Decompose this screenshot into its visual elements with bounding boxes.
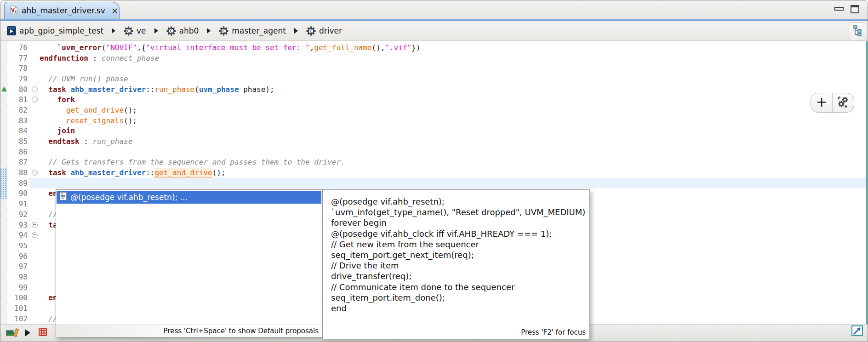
code-line[interactable]: 83 reset_signals(); xyxy=(7,115,868,126)
line-number: 97 xyxy=(7,262,29,271)
add-button[interactable]: + xyxy=(811,93,833,112)
code-line[interactable]: 86 xyxy=(7,147,868,157)
code-line[interactable]: 79 // UVM run() phase xyxy=(7,74,868,84)
preview-line: end xyxy=(331,303,589,314)
collapse-icon[interactable] xyxy=(32,222,38,228)
tab-title: ahb_master_driver.sv xyxy=(22,6,105,15)
line-number: 86 xyxy=(7,148,29,156)
minimize-icon[interactable] xyxy=(834,7,844,11)
editor-floating-toolbar: + xyxy=(811,93,854,113)
generate-gears-icon xyxy=(837,96,850,110)
breadcrumb-label: driver xyxy=(319,26,342,35)
code-text: en xyxy=(40,293,57,302)
breadcrumb-item-driver[interactable]: Cdriver xyxy=(306,26,342,36)
code-line[interactable]: 76 `uvm_error("NOVIF",{"virtual interfac… xyxy=(7,42,868,53)
proposal-footer: Press 'Ctrl+Space' to show Default propo… xyxy=(56,324,322,337)
collapse-icon[interactable] xyxy=(32,97,38,103)
proposal-preview-popup: @(posedge vif.ahb_resetn);`uvm_info(get_… xyxy=(322,189,590,339)
line-number: 76 xyxy=(7,43,29,52)
code-text: task ahb_master_driver::run_phase(uvm_ph… xyxy=(40,85,274,94)
preview-line: @(posedge vif.ahb_resetn); xyxy=(331,196,589,207)
code-line[interactable]: 82 get_and_drive(); xyxy=(7,105,868,115)
editor-tab-strip: ahb_master_driver.sv × xyxy=(0,0,868,19)
svg-text:C: C xyxy=(127,28,130,33)
line-number: 85 xyxy=(7,137,29,146)
code-line[interactable]: 88 task ahb_master_driver::get_and_drive… xyxy=(7,167,868,178)
run-button[interactable] xyxy=(25,329,30,336)
layout-corner-button[interactable] xyxy=(851,325,864,339)
code-line[interactable]: 78 xyxy=(7,63,868,74)
line-number: 100 xyxy=(7,293,29,302)
library-button[interactable] xyxy=(6,327,20,340)
close-icon[interactable]: × xyxy=(111,6,119,15)
breadcrumb-item-ahb0[interactable]: Cahb0 xyxy=(166,26,199,36)
f2-focus-hint: Press 'F2' for focus xyxy=(521,328,586,336)
breadcrumb-label: ahb0 xyxy=(179,26,199,35)
add-icon: + xyxy=(816,95,827,109)
fold-column xyxy=(29,222,40,228)
code-text: reset_signals(); xyxy=(40,116,137,125)
grid-icon xyxy=(38,327,47,338)
code-line[interactable]: 80 task ahb_master_driver::run_phase(uvm… xyxy=(7,84,868,95)
code-text: // xyxy=(40,314,57,323)
code-text: // UVM run() phase xyxy=(40,74,128,83)
line-number: 81 xyxy=(7,95,29,104)
code-line[interactable]: 84 join xyxy=(7,126,868,137)
code-line[interactable]: 89 xyxy=(7,178,868,188)
sv-file-icon xyxy=(10,6,17,16)
collapse-icon[interactable] xyxy=(32,170,38,176)
generate-button[interactable] xyxy=(833,93,854,112)
overview-ruler-range xyxy=(866,41,868,325)
breadcrumb-item-ve[interactable]: Cve xyxy=(124,26,146,36)
line-number: 84 xyxy=(7,126,29,135)
override-marker-icon[interactable] xyxy=(1,86,7,91)
collapse-icon[interactable] xyxy=(32,86,38,92)
line-number: 101 xyxy=(7,304,29,313)
collapse-icon[interactable] xyxy=(32,232,38,238)
hierarchy-toggle-button[interactable] xyxy=(849,22,866,41)
editor-tab[interactable]: ahb_master_driver.sv × xyxy=(4,2,120,19)
proposal-item-selected[interactable]: @(posedge vif.ahb_resetn); ... xyxy=(57,191,321,204)
maximize-icon[interactable] xyxy=(851,5,859,13)
line-number: 89 xyxy=(7,179,29,188)
code-text: // Gets transfers from the sequencer and… xyxy=(40,158,345,166)
code-text: ta xyxy=(40,221,57,229)
class-icon: C xyxy=(124,26,133,36)
line-number: 99 xyxy=(7,283,29,292)
code-line[interactable]: 87 // Gets transfers from the sequencer … xyxy=(7,157,868,168)
code-line[interactable]: 77endfunction : connect_phase xyxy=(7,53,868,63)
code-text: en xyxy=(40,189,57,198)
preview-line: // Get new item from the sequencer xyxy=(331,239,589,250)
occurrence-marker[interactable] xyxy=(0,168,7,199)
testbench-icon xyxy=(7,26,16,35)
svg-text:C: C xyxy=(170,28,173,33)
class-icon: C xyxy=(219,26,228,36)
code-text: endfunction : connect_phase xyxy=(40,54,159,63)
preview-line: drive_transfer(req); xyxy=(331,271,589,281)
line-number: 93 xyxy=(7,221,29,229)
line-number: 80 xyxy=(7,85,29,94)
code-text: task ahb_master_driver::get_and_drive(); xyxy=(40,168,226,177)
code-text: fork xyxy=(40,95,75,104)
preview-line: seq_item_port.item_done(); xyxy=(331,292,589,303)
breadcrumb-label: master_agent xyxy=(232,26,286,35)
preview-code: @(posedge vif.ahb_resetn);`uvm_info(get_… xyxy=(331,196,589,314)
fold-column xyxy=(29,170,40,176)
fold-column xyxy=(29,97,40,103)
breadcrumb-item-master_agent[interactable]: Cmaster_agent xyxy=(219,26,286,36)
line-number: 92 xyxy=(7,210,29,219)
code-text: `uvm_error("NOVIF",{"virtual interface m… xyxy=(40,43,420,52)
code-text: join xyxy=(40,126,75,135)
code-line[interactable]: 81 fork xyxy=(7,94,868,105)
line-number: 88 xyxy=(7,168,29,177)
line-number: 96 xyxy=(7,252,29,261)
fold-column xyxy=(29,232,40,238)
layout-corner-icon xyxy=(851,330,864,339)
annotation-ruler[interactable] xyxy=(0,41,8,325)
breadcrumb-item-apb_gpio_simple_test[interactable]: apb_gpio_simple_test xyxy=(7,26,103,35)
library-icon xyxy=(6,327,20,340)
class-icon: C xyxy=(306,26,316,36)
code-line[interactable]: 85 endtask : run_phase xyxy=(7,136,868,147)
grid-button[interactable] xyxy=(38,327,47,338)
line-number: 95 xyxy=(7,241,29,250)
